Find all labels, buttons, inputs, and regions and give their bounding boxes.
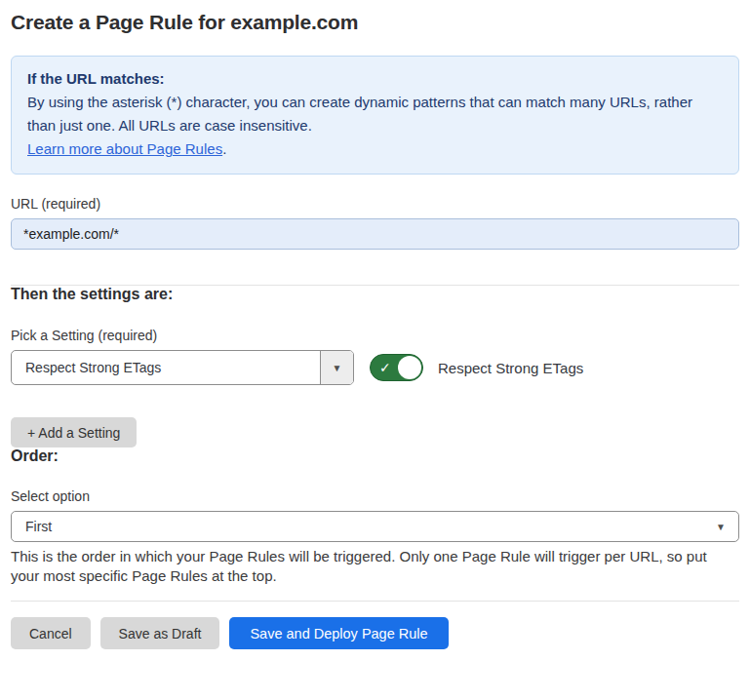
save-as-draft-button[interactable]: Save as Draft [100, 617, 220, 649]
info-box-heading: If the URL matches: [27, 67, 723, 91]
info-box-body-text: By using the asterisk (*) character, you… [27, 94, 692, 134]
setting-select-value: Respect Strong ETags [12, 351, 320, 384]
info-box-link-line: Learn more about Page Rules. [27, 137, 723, 161]
settings-heading: Then the settings are: [11, 286, 739, 303]
order-select-label: Select option [11, 488, 739, 504]
order-heading: Order: [11, 447, 739, 465]
footer-actions: Cancel Save as Draft Save and Deploy Pag… [11, 617, 739, 649]
page-title: Create a Page Rule for example.com [11, 11, 739, 34]
learn-more-link[interactable]: Learn more about Page Rules [27, 140, 222, 157]
setting-row: Respect Strong ETags ▼ ✓ Respect Strong … [11, 350, 739, 385]
chevron-down-icon: ▼ [333, 363, 342, 373]
page-rule-form: Create a Page Rule for example.com If th… [0, 11, 750, 649]
add-setting-button[interactable]: + Add a Setting [11, 417, 137, 447]
setting-select-arrow-button[interactable]: ▼ [320, 351, 353, 384]
toggle-label: Respect Strong ETags [438, 360, 583, 376]
order-select[interactable]: First ▼ [11, 511, 739, 542]
pick-setting-label: Pick a Setting (required) [11, 328, 739, 343]
setting-toggle[interactable]: ✓ [370, 354, 423, 381]
order-help-text: This is the order in which your Page Rul… [11, 547, 723, 585]
chevron-down-icon: ▼ [716, 522, 726, 532]
order-select-value: First [25, 519, 52, 534]
url-label: URL (required) [11, 196, 739, 212]
link-suffix: . [222, 140, 226, 157]
cancel-button[interactable]: Cancel [11, 617, 91, 649]
setting-select[interactable]: Respect Strong ETags ▼ [11, 350, 354, 385]
checkmark-icon: ✓ [379, 361, 391, 374]
url-match-info-box: If the URL matches: By using the asteris… [11, 56, 739, 175]
save-and-deploy-button[interactable]: Save and Deploy Page Rule [229, 617, 448, 649]
footer-divider [11, 601, 739, 602]
toggle-knob [398, 356, 421, 379]
url-input[interactable] [11, 218, 739, 250]
info-box-body: By using the asterisk (*) character, you… [27, 91, 723, 137]
